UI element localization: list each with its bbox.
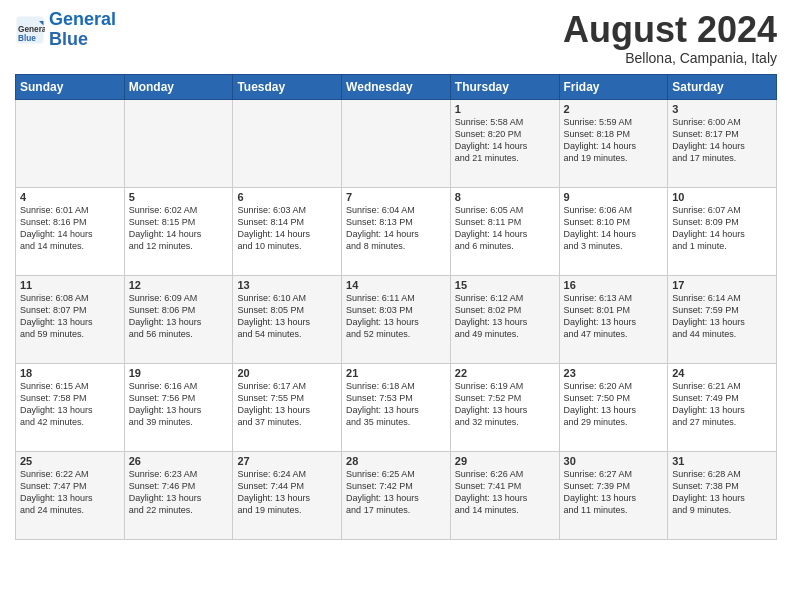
calendar-cell: 9Sunrise: 6:06 AM Sunset: 8:10 PM Daylig… xyxy=(559,187,668,275)
calendar-cell: 8Sunrise: 6:05 AM Sunset: 8:11 PM Daylig… xyxy=(450,187,559,275)
day-info: Sunrise: 6:00 AM Sunset: 8:17 PM Dayligh… xyxy=(672,116,772,165)
logo-text-blue: Blue xyxy=(49,30,116,50)
day-number: 10 xyxy=(672,191,772,203)
day-number: 21 xyxy=(346,367,446,379)
day-info: Sunrise: 6:13 AM Sunset: 8:01 PM Dayligh… xyxy=(564,292,664,341)
day-info: Sunrise: 5:58 AM Sunset: 8:20 PM Dayligh… xyxy=(455,116,555,165)
calendar-week-row: 18Sunrise: 6:15 AM Sunset: 7:58 PM Dayli… xyxy=(16,363,777,451)
calendar-cell xyxy=(342,99,451,187)
calendar-cell: 29Sunrise: 6:26 AM Sunset: 7:41 PM Dayli… xyxy=(450,451,559,539)
day-info: Sunrise: 6:03 AM Sunset: 8:14 PM Dayligh… xyxy=(237,204,337,253)
day-info: Sunrise: 6:20 AM Sunset: 7:50 PM Dayligh… xyxy=(564,380,664,429)
header-tuesday: Tuesday xyxy=(233,74,342,99)
calendar-week-row: 4Sunrise: 6:01 AM Sunset: 8:16 PM Daylig… xyxy=(16,187,777,275)
calendar-cell: 16Sunrise: 6:13 AM Sunset: 8:01 PM Dayli… xyxy=(559,275,668,363)
calendar-cell: 12Sunrise: 6:09 AM Sunset: 8:06 PM Dayli… xyxy=(124,275,233,363)
calendar-week-row: 1Sunrise: 5:58 AM Sunset: 8:20 PM Daylig… xyxy=(16,99,777,187)
day-number: 8 xyxy=(455,191,555,203)
header-thursday: Thursday xyxy=(450,74,559,99)
day-info: Sunrise: 6:14 AM Sunset: 7:59 PM Dayligh… xyxy=(672,292,772,341)
calendar-cell xyxy=(233,99,342,187)
day-number: 18 xyxy=(20,367,120,379)
calendar-cell: 30Sunrise: 6:27 AM Sunset: 7:39 PM Dayli… xyxy=(559,451,668,539)
header: General Blue General Blue August 2024 Be… xyxy=(15,10,777,66)
logo: General Blue General Blue xyxy=(15,10,116,50)
day-number: 6 xyxy=(237,191,337,203)
day-info: Sunrise: 6:02 AM Sunset: 8:15 PM Dayligh… xyxy=(129,204,229,253)
day-info: Sunrise: 6:07 AM Sunset: 8:09 PM Dayligh… xyxy=(672,204,772,253)
logo-text: General xyxy=(49,10,116,30)
day-number: 14 xyxy=(346,279,446,291)
calendar-cell: 22Sunrise: 6:19 AM Sunset: 7:52 PM Dayli… xyxy=(450,363,559,451)
calendar-cell: 2Sunrise: 5:59 AM Sunset: 8:18 PM Daylig… xyxy=(559,99,668,187)
calendar-cell: 28Sunrise: 6:25 AM Sunset: 7:42 PM Dayli… xyxy=(342,451,451,539)
calendar-cell: 15Sunrise: 6:12 AM Sunset: 8:02 PM Dayli… xyxy=(450,275,559,363)
day-number: 13 xyxy=(237,279,337,291)
logo-icon: General Blue xyxy=(15,15,45,45)
day-number: 1 xyxy=(455,103,555,115)
location-subtitle: Bellona, Campania, Italy xyxy=(563,50,777,66)
calendar-cell: 1Sunrise: 5:58 AM Sunset: 8:20 PM Daylig… xyxy=(450,99,559,187)
calendar-cell: 4Sunrise: 6:01 AM Sunset: 8:16 PM Daylig… xyxy=(16,187,125,275)
day-number: 12 xyxy=(129,279,229,291)
day-info: Sunrise: 6:25 AM Sunset: 7:42 PM Dayligh… xyxy=(346,468,446,517)
day-number: 9 xyxy=(564,191,664,203)
day-info: Sunrise: 6:28 AM Sunset: 7:38 PM Dayligh… xyxy=(672,468,772,517)
calendar-cell: 25Sunrise: 6:22 AM Sunset: 7:47 PM Dayli… xyxy=(16,451,125,539)
day-number: 20 xyxy=(237,367,337,379)
day-info: Sunrise: 6:09 AM Sunset: 8:06 PM Dayligh… xyxy=(129,292,229,341)
day-number: 19 xyxy=(129,367,229,379)
page: General Blue General Blue August 2024 Be… xyxy=(0,0,792,612)
header-sunday: Sunday xyxy=(16,74,125,99)
day-number: 24 xyxy=(672,367,772,379)
calendar-cell xyxy=(124,99,233,187)
day-info: Sunrise: 6:21 AM Sunset: 7:49 PM Dayligh… xyxy=(672,380,772,429)
day-info: Sunrise: 6:27 AM Sunset: 7:39 PM Dayligh… xyxy=(564,468,664,517)
day-info: Sunrise: 6:17 AM Sunset: 7:55 PM Dayligh… xyxy=(237,380,337,429)
calendar-cell: 21Sunrise: 6:18 AM Sunset: 7:53 PM Dayli… xyxy=(342,363,451,451)
day-number: 16 xyxy=(564,279,664,291)
day-info: Sunrise: 6:18 AM Sunset: 7:53 PM Dayligh… xyxy=(346,380,446,429)
svg-text:General: General xyxy=(18,24,45,33)
day-number: 28 xyxy=(346,455,446,467)
day-number: 5 xyxy=(129,191,229,203)
svg-text:Blue: Blue xyxy=(18,33,36,42)
day-info: Sunrise: 6:19 AM Sunset: 7:52 PM Dayligh… xyxy=(455,380,555,429)
calendar-cell: 11Sunrise: 6:08 AM Sunset: 8:07 PM Dayli… xyxy=(16,275,125,363)
day-info: Sunrise: 6:08 AM Sunset: 8:07 PM Dayligh… xyxy=(20,292,120,341)
calendar-cell: 17Sunrise: 6:14 AM Sunset: 7:59 PM Dayli… xyxy=(668,275,777,363)
weekday-header-row: Sunday Monday Tuesday Wednesday Thursday… xyxy=(16,74,777,99)
day-number: 29 xyxy=(455,455,555,467)
calendar-cell: 10Sunrise: 6:07 AM Sunset: 8:09 PM Dayli… xyxy=(668,187,777,275)
calendar-week-row: 11Sunrise: 6:08 AM Sunset: 8:07 PM Dayli… xyxy=(16,275,777,363)
calendar-cell: 24Sunrise: 6:21 AM Sunset: 7:49 PM Dayli… xyxy=(668,363,777,451)
day-number: 17 xyxy=(672,279,772,291)
title-area: August 2024 Bellona, Campania, Italy xyxy=(563,10,777,66)
day-number: 3 xyxy=(672,103,772,115)
calendar-cell: 23Sunrise: 6:20 AM Sunset: 7:50 PM Dayli… xyxy=(559,363,668,451)
header-friday: Friday xyxy=(559,74,668,99)
day-info: Sunrise: 6:01 AM Sunset: 8:16 PM Dayligh… xyxy=(20,204,120,253)
day-info: Sunrise: 6:26 AM Sunset: 7:41 PM Dayligh… xyxy=(455,468,555,517)
calendar-cell: 5Sunrise: 6:02 AM Sunset: 8:15 PM Daylig… xyxy=(124,187,233,275)
calendar-cell: 19Sunrise: 6:16 AM Sunset: 7:56 PM Dayli… xyxy=(124,363,233,451)
header-monday: Monday xyxy=(124,74,233,99)
day-number: 15 xyxy=(455,279,555,291)
day-info: Sunrise: 6:23 AM Sunset: 7:46 PM Dayligh… xyxy=(129,468,229,517)
day-number: 25 xyxy=(20,455,120,467)
day-info: Sunrise: 6:24 AM Sunset: 7:44 PM Dayligh… xyxy=(237,468,337,517)
day-info: Sunrise: 6:05 AM Sunset: 8:11 PM Dayligh… xyxy=(455,204,555,253)
day-number: 26 xyxy=(129,455,229,467)
day-number: 30 xyxy=(564,455,664,467)
day-number: 4 xyxy=(20,191,120,203)
day-number: 2 xyxy=(564,103,664,115)
month-title: August 2024 xyxy=(563,10,777,50)
day-info: Sunrise: 6:04 AM Sunset: 8:13 PM Dayligh… xyxy=(346,204,446,253)
calendar-cell: 14Sunrise: 6:11 AM Sunset: 8:03 PM Dayli… xyxy=(342,275,451,363)
day-info: Sunrise: 6:15 AM Sunset: 7:58 PM Dayligh… xyxy=(20,380,120,429)
day-number: 7 xyxy=(346,191,446,203)
calendar-week-row: 25Sunrise: 6:22 AM Sunset: 7:47 PM Dayli… xyxy=(16,451,777,539)
calendar-cell: 3Sunrise: 6:00 AM Sunset: 8:17 PM Daylig… xyxy=(668,99,777,187)
calendar-cell: 20Sunrise: 6:17 AM Sunset: 7:55 PM Dayli… xyxy=(233,363,342,451)
day-info: Sunrise: 6:12 AM Sunset: 8:02 PM Dayligh… xyxy=(455,292,555,341)
